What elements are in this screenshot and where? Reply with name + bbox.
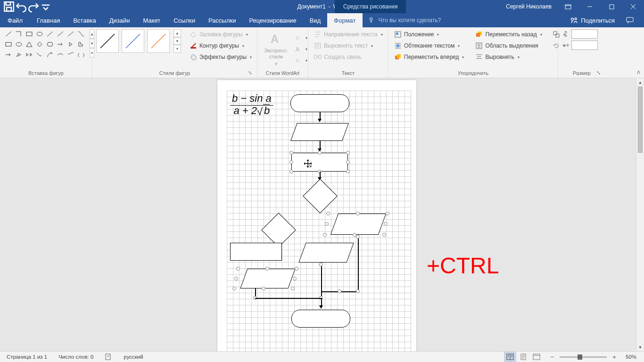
shape-effects-button[interactable]: Эффекты фигуры▾ <box>188 52 254 62</box>
status-bar: Страница 1 из 1 Число слов: 0 русский − … <box>0 351 644 362</box>
svg-line-15 <box>151 34 165 48</box>
send-backward-button[interactable]: Переместить назад▾ <box>473 29 544 40</box>
wordart-quick-styles[interactable]: A Экспресс-стили▾ <box>261 31 291 68</box>
status-page[interactable]: Страница 1 из 1 <box>5 352 49 362</box>
minimize-button[interactable] <box>579 0 601 13</box>
tab-home[interactable]: Главная <box>30 13 66 27</box>
status-words[interactable]: Число слов: 0 <box>57 352 95 362</box>
group-size: Размер⤡ <box>562 69 602 77</box>
svg-rect-25 <box>319 55 321 58</box>
svg-rect-30 <box>397 54 401 58</box>
shape-outline-button[interactable]: Контур фигуры▾ <box>188 41 254 51</box>
tab-format[interactable]: Формат <box>327 13 362 27</box>
tab-review[interactable]: Рецензирование <box>242 13 303 27</box>
comments-button[interactable] <box>622 14 637 27</box>
maximize-button[interactable] <box>601 0 622 13</box>
svg-rect-28 <box>396 44 399 47</box>
close-button[interactable] <box>622 0 644 13</box>
svg-rect-27 <box>396 33 398 35</box>
svg-point-6 <box>571 18 574 21</box>
tab-view[interactable]: Вид <box>303 13 328 27</box>
svg-rect-39 <box>533 354 540 360</box>
redo-button[interactable] <box>27 0 40 13</box>
tab-design[interactable]: Дизайн <box>103 13 137 27</box>
zoom-level[interactable]: 50% <box>624 352 638 362</box>
equation[interactable]: b − sin a a + 2√b <box>230 92 273 117</box>
user-name[interactable]: Сергей Николаев <box>500 3 557 10</box>
tell-me-search[interactable]: Что вы хотите сделать? <box>363 13 561 27</box>
flowchart-process-selected[interactable] <box>291 153 348 172</box>
text-effects-button[interactable]: A▾ <box>294 56 308 66</box>
height-spinner[interactable] <box>562 29 598 39</box>
group-arrange: Упорядочить <box>392 69 554 77</box>
shapes-gallery[interactable] <box>4 29 86 59</box>
shape-fill-button[interactable]: Заливка фигуры▾ <box>188 29 254 40</box>
view-print-layout[interactable] <box>517 352 529 362</box>
svg-line-14 <box>126 34 140 48</box>
status-language[interactable]: русский <box>122 352 145 362</box>
scroll-thumb[interactable] <box>638 87 643 153</box>
wrap-text-button[interactable]: Обтекание текстом▾ <box>392 41 466 51</box>
quick-access-toolbar <box>0 0 52 13</box>
text-direction-button[interactable]: Направление текста▾ <box>312 29 385 40</box>
svg-point-12 <box>16 42 22 46</box>
flowchart-terminator-start[interactable] <box>290 94 349 112</box>
selection-pane-button[interactable]: Область выделения <box>473 41 544 51</box>
create-link-button[interactable]: Создать связь <box>312 52 385 62</box>
zoom-slider[interactable]: − + <box>548 354 618 361</box>
contextual-tab-title: Средства рисования <box>335 0 406 13</box>
svg-point-17 <box>191 55 196 59</box>
vertical-scrollbar[interactable]: ▲ ▼ <box>636 78 644 351</box>
tab-layout[interactable]: Макет <box>136 13 167 27</box>
tab-insert[interactable]: Вставка <box>66 13 102 27</box>
flowchart-io-1[interactable] <box>290 123 349 141</box>
scroll-up[interactable]: ▲ <box>636 78 644 86</box>
text-fill-button[interactable]: A▾ <box>294 33 308 43</box>
undo-button[interactable] <box>15 0 27 13</box>
qat-customize[interactable] <box>40 0 52 13</box>
svg-rect-34 <box>553 32 557 35</box>
shape-styles-gallery[interactable]: ▲▼▾ <box>96 29 181 53</box>
position-button[interactable]: Положение▾ <box>392 29 466 40</box>
move-cursor-icon <box>304 159 312 168</box>
width-spinner[interactable] <box>562 41 598 50</box>
collapse-ribbon[interactable]: ᐱ <box>637 70 640 75</box>
svg-text:A: A <box>271 33 279 45</box>
align-button[interactable]: Выровнять▾ <box>473 52 544 62</box>
align-text-button[interactable]: Выровнять текст▾ <box>312 41 385 51</box>
flowchart-process-2[interactable] <box>230 243 282 261</box>
svg-text:A: A <box>296 58 299 64</box>
scroll-down[interactable]: ▼ <box>636 343 644 351</box>
flowchart-io-4-selected[interactable] <box>240 269 295 288</box>
save-button[interactable] <box>3 0 15 13</box>
text-outline-button[interactable]: A▾ <box>294 44 308 55</box>
view-web-layout[interactable] <box>530 352 543 362</box>
title-bar: Документ1 - Word Средства рисования Серг… <box>0 0 644 13</box>
svg-text:A: A <box>296 46 299 53</box>
page[interactable]: b − sin a a + 2√b <box>217 80 416 351</box>
tab-mailings[interactable]: Рассылки <box>202 13 242 27</box>
svg-point-18 <box>192 56 197 60</box>
flowchart-io-3[interactable] <box>298 243 354 263</box>
zoom-out[interactable]: − <box>548 354 556 361</box>
share-button[interactable]: Поделиться <box>568 13 618 27</box>
zoom-thumb[interactable] <box>578 354 582 360</box>
svg-rect-9 <box>26 32 32 36</box>
flowchart-io-2-selected[interactable] <box>330 214 386 235</box>
tell-me-placeholder: Что вы хотите сделать? <box>379 17 441 24</box>
view-read-mode[interactable] <box>504 352 516 362</box>
status-proofing[interactable] <box>103 352 114 362</box>
svg-rect-16 <box>190 47 196 49</box>
tab-references[interactable]: Ссылки <box>167 13 202 27</box>
zoom-in[interactable]: + <box>611 354 618 361</box>
svg-point-7 <box>575 18 577 20</box>
svg-rect-8 <box>627 17 633 22</box>
svg-line-13 <box>100 34 115 48</box>
bring-forward-button[interactable]: Переместить вперед▾ <box>392 52 466 62</box>
ribbon-display-options[interactable] <box>557 0 579 13</box>
size-launcher[interactable]: ⤡ <box>595 69 602 76</box>
tab-file[interactable]: Файл <box>0 13 30 27</box>
shape-styles-launcher[interactable]: ⤡ <box>247 69 253 76</box>
flowchart-terminator-end[interactable] <box>291 310 350 328</box>
document-area[interactable]: b − sin a a + 2√b <box>0 78 644 351</box>
